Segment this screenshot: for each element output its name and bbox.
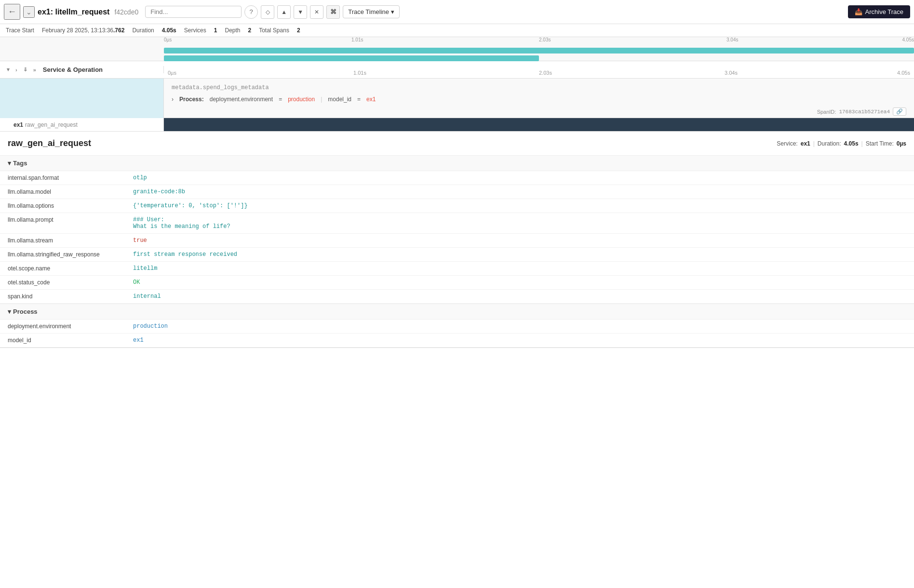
- chevron-button[interactable]: ⌄: [23, 6, 35, 18]
- service-op-left-header: ▾ › ⇓ » Service & Operation: [0, 66, 164, 73]
- tl-ruler-3: 3.04s: [725, 70, 738, 76]
- process-tag-row-1: model_id ex1: [0, 334, 914, 347]
- trace-timeline-button[interactable]: Trace Timeline ▾: [343, 5, 400, 18]
- process-eq1: =: [279, 96, 282, 103]
- tag-value-1: granite-code:8b: [125, 185, 914, 199]
- tag-key-3: llm.ollama.prompt: [0, 213, 125, 234]
- ruler-1: 1.01s: [351, 37, 363, 42]
- tag-key-5: llm.ollama.stringified_raw_response: [0, 248, 125, 262]
- scroll-area[interactable]: metadata.spend_logs_metadata › Process: …: [0, 79, 914, 586]
- tag-row-6: otel.scope.name litellm: [0, 262, 914, 276]
- archive-trace-button[interactable]: 📥 Archive Trace: [848, 5, 910, 18]
- tag-row-8: span.kind internal: [0, 290, 914, 304]
- trace-start-label: Trace Start: [6, 27, 34, 34]
- back-button[interactable]: ←: [4, 4, 20, 20]
- process-eq2: =: [357, 96, 361, 103]
- parent-span-left: [0, 79, 164, 118]
- span-operation-name: raw_gen_ai_request: [25, 121, 78, 128]
- tag-value-8: internal: [125, 290, 914, 304]
- tag-row-1: llm.ollama.model granite-code:8b: [0, 185, 914, 199]
- tag-value-3: ### User: What is the meaning of life?: [125, 213, 914, 234]
- process-tag-key-1: model_id: [0, 334, 125, 347]
- total-spans-label: Total Spans: [259, 27, 289, 34]
- trace-timeline-label: Trace Timeline: [348, 8, 389, 15]
- mini-bar-half: [164, 55, 539, 61]
- mini-ruler: 0µs 1.01s 2.03s 3.04s 4.05s: [164, 37, 914, 47]
- tag-row-2: llm.ollama.options {'temperature': 0, 's…: [0, 199, 914, 213]
- tag-row-3: llm.ollama.prompt ### User: What is the …: [0, 213, 914, 234]
- tl-ruler-4: 4.05s: [897, 70, 910, 76]
- tag-value-5: first stream response received: [125, 248, 914, 262]
- archive-icon: 📥: [855, 8, 862, 15]
- process-tag-value-0: production: [125, 320, 914, 334]
- ruler-4: 4.05s: [902, 37, 914, 42]
- start-meta-label: Start Time:: [866, 140, 894, 147]
- process-expand-icon[interactable]: ›: [172, 96, 174, 103]
- tag-value-7: OK: [125, 276, 914, 290]
- duration-meta-label: Duration:: [818, 140, 841, 147]
- service-op-label: Service & Operation: [43, 66, 103, 73]
- collapse-icon[interactable]: ⇓: [22, 67, 28, 73]
- tag-row-0: internal.span.format otlp: [0, 171, 914, 185]
- mini-bar-full: [164, 48, 914, 53]
- collapse-all-icon[interactable]: ▾: [6, 67, 11, 73]
- highlighted-span-row[interactable]: ex1 raw_gen_ai_request: [0, 118, 914, 132]
- tag-row-7: otel.status_code OK: [0, 276, 914, 290]
- process-section-header[interactable]: ▾ Process: [0, 304, 914, 320]
- top-bar: ← ⌄ ex1: litellm_request f42cde0 ? ◇ ▲ ▼…: [0, 0, 914, 24]
- tag-key-4: llm.ollama.stream: [0, 234, 125, 248]
- parent-span-detail-partial: metadata.spend_logs_metadata › Process: …: [164, 79, 914, 118]
- services-value: 1: [214, 27, 217, 34]
- tag-key-0: internal.span.format: [0, 171, 125, 185]
- find-input[interactable]: [145, 6, 242, 18]
- service-meta-label: Service:: [777, 140, 797, 147]
- trace-start-date: February 28 2025, 13:13:36.762: [42, 27, 124, 34]
- tags-label: Tags: [13, 160, 27, 167]
- process-section-label: Process: [13, 308, 38, 315]
- tl-ruler-2: 2.03s: [539, 70, 552, 76]
- close-button[interactable]: ✕: [310, 5, 323, 19]
- trace-timeline-chevron: ▾: [391, 8, 394, 15]
- span-detail-header: raw_gen_ai_request Service: ex1 | Durati…: [0, 132, 914, 156]
- expand-icon[interactable]: ›: [14, 67, 18, 73]
- kbd-button[interactable]: ⌘: [326, 5, 340, 19]
- depth-value: 2: [248, 27, 252, 34]
- tl-ruler-0: 0µs: [168, 70, 176, 76]
- span-detail-name: raw_gen_ai_request: [8, 138, 91, 148]
- help-button[interactable]: ?: [244, 5, 258, 19]
- ruler-0: 0µs: [164, 37, 172, 42]
- diamond-button[interactable]: ◇: [261, 5, 274, 19]
- services-label: Services: [184, 27, 206, 34]
- trace-id: f42cde0: [114, 8, 138, 16]
- process-val1: production: [288, 96, 315, 103]
- span-detail-panel: raw_gen_ai_request Service: ex1 | Durati…: [0, 132, 914, 348]
- mini-bars: [164, 47, 914, 61]
- trace-title: ex1: litellm_request: [38, 8, 109, 16]
- tags-section-header[interactable]: ▾ Tags: [0, 156, 914, 171]
- tag-value-0: otlp: [125, 171, 914, 185]
- copy-span-id-button[interactable]: 🔗: [893, 107, 906, 116]
- process-row: › Process: deployment.environment = prod…: [172, 93, 906, 106]
- total-spans-value: 2: [297, 27, 300, 34]
- duration-meta-value: 4.05s: [844, 140, 859, 147]
- tag-key-8: span.kind: [0, 290, 125, 304]
- nav-down-button[interactable]: ▼: [294, 5, 307, 19]
- nav-up-button[interactable]: ▲: [277, 5, 291, 19]
- mini-timeline: 0µs 1.01s 2.03s 3.04s 4.05s: [0, 37, 914, 61]
- process-key2: model_id: [328, 96, 351, 103]
- duration-value: 4.05s: [162, 27, 176, 34]
- tag-value-6: litellm: [125, 262, 914, 276]
- process-table: deployment.environment production model_…: [0, 320, 914, 347]
- ruler-3: 3.04s: [726, 37, 738, 42]
- process-val2: ex1: [366, 96, 376, 103]
- tags-collapse-icon: ▾: [8, 160, 11, 167]
- process-tag-value-1: ex1: [125, 334, 914, 347]
- tag-row-4: llm.ollama.stream true: [0, 234, 914, 248]
- tag-key-1: llm.ollama.model: [0, 185, 125, 199]
- process-tag-key-0: deployment.environment: [0, 320, 125, 334]
- expand-all-icon[interactable]: »: [32, 67, 37, 73]
- parent-span-row: metadata.spend_logs_metadata › Process: …: [0, 79, 914, 118]
- process-key1: deployment.environment: [210, 96, 273, 103]
- highlighted-span-left[interactable]: ex1 raw_gen_ai_request: [0, 118, 164, 131]
- span-service-name: ex1: [13, 121, 23, 128]
